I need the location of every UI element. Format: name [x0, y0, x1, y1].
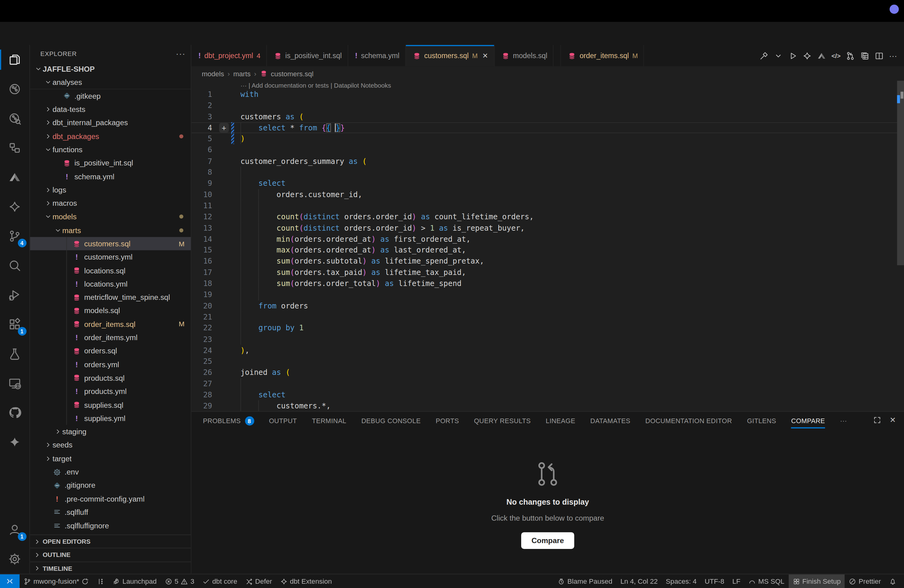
breadcrumb-item[interactable]: models — [202, 70, 224, 77]
code-line-18[interactable]: 18 sum(orders.order_total) as lifetime_s… — [191, 278, 904, 289]
panel-tab-terminal[interactable]: TERMINAL — [312, 412, 346, 430]
code-line-5[interactable]: 5) — [191, 133, 904, 144]
datapilot-button[interactable] — [817, 51, 826, 60]
status-git-branch[interactable]: mwong-fusion* — [20, 574, 93, 588]
tree-item--gitignore[interactable]: .gitignore — [30, 479, 191, 492]
tree-item-orders-yml[interactable]: !orders.yml — [30, 358, 191, 371]
breadcrumb-item[interactable]: customers.sql — [271, 70, 314, 77]
tree-item-locations-sql[interactable]: locations.sql — [30, 264, 191, 277]
more-actions-button[interactable]: ··· — [889, 51, 897, 60]
code-line-7[interactable]: 7customer_orders_summary as ( — [191, 156, 904, 167]
panel-more-tabs[interactable]: ··· — [840, 412, 847, 430]
code-line-10[interactable]: 10 orders.customer_id, — [191, 189, 904, 200]
section-open-editors[interactable]: OPEN EDITORS — [30, 534, 191, 548]
panel-close-icon[interactable]: ✕ — [890, 416, 896, 424]
tree-item-orders-sql[interactable]: orders.sql — [30, 345, 191, 358]
tree-item--sqlfluff[interactable]: .sqlfluff — [30, 506, 191, 519]
tree-item-data-tests[interactable]: data-tests — [30, 103, 191, 116]
activity-item-dbt-graph[interactable] — [0, 74, 30, 104]
status-notifications[interactable] — [885, 574, 901, 588]
status-problems[interactable]: 53 — [161, 574, 199, 588]
tree-item-models-sql[interactable]: models.sql — [30, 304, 191, 318]
tree-item-dbt-internal-packages[interactable]: dbt_internal_packages — [30, 116, 191, 130]
code-line-26[interactable]: 26joined as ( — [191, 367, 904, 378]
tree-item-metricflow-time-spine-sql[interactable]: metricflow_time_spine.sql — [30, 291, 191, 304]
tree-item-locations-yml[interactable]: !locations.yml — [30, 277, 191, 291]
code-line-20[interactable]: 20 from orders — [191, 300, 904, 311]
tree-item-target[interactable]: target — [30, 452, 191, 465]
close-icon[interactable]: ✕ — [482, 52, 488, 60]
code-line-29[interactable]: 29 customers.*, — [191, 400, 904, 411]
status-finish-setup[interactable]: Finish Setup — [789, 574, 845, 588]
git-compare-button[interactable] — [846, 51, 855, 60]
panel-tab-documentation-editor[interactable]: DOCUMENTATION EDITOR — [645, 412, 732, 430]
activity-item-query-objects[interactable] — [0, 133, 30, 163]
panel-tab-lineage[interactable]: LINEAGE — [546, 412, 575, 430]
scrollbar-thumb[interactable] — [897, 81, 904, 266]
code-line-28[interactable]: 28 select — [191, 389, 904, 400]
activity-item-accounts[interactable]: 1 — [0, 515, 30, 544]
code-line-8[interactable]: 8 — [191, 167, 904, 178]
code-line-23[interactable]: 23 — [191, 334, 904, 345]
status-blame[interactable]: Blame Paused — [553, 574, 616, 588]
code-line-17[interactable]: 17 sum(orders.tax_paid) as lifetime_tax_… — [191, 267, 904, 278]
tree-item-products-sql[interactable]: products.sql — [30, 371, 191, 385]
status-remote-indicator[interactable] — [0, 574, 20, 588]
compare-button[interactable]: Compare — [521, 532, 574, 549]
activity-item-dbt-tools[interactable] — [0, 427, 30, 457]
compiled-code-button[interactable]: </> — [831, 52, 841, 59]
panel-tab-ports[interactable]: PORTS — [436, 412, 459, 430]
breadcrumb[interactable]: models›marts›customers.sql — [202, 66, 313, 81]
activity-item-extensions[interactable]: 1 — [0, 310, 30, 339]
code-line-24[interactable]: 24), — [191, 345, 904, 356]
section-outline[interactable]: OUTLINE — [30, 548, 191, 561]
code-line-16[interactable]: 16 sum(orders.subtotal) as lifetime_spen… — [191, 256, 904, 267]
status-eol[interactable]: LF — [729, 574, 745, 588]
code-line-13[interactable]: 13 count(distinct orders.order_id) > 1 a… — [191, 222, 904, 234]
activity-item-remote-explorer[interactable] — [0, 368, 30, 398]
build-dropdown[interactable] — [774, 51, 783, 60]
editor-scrollbar[interactable] — [897, 66, 904, 411]
code-line-14[interactable]: 14 min(orders.ordered_at) as first_order… — [191, 234, 904, 245]
code-line-22[interactable]: 22 group by 1 — [191, 322, 904, 334]
explorer-more-icon[interactable]: ··· — [176, 49, 186, 58]
section-timeline[interactable]: TIMELINE — [30, 561, 191, 574]
activity-item-dbt-graph-search[interactable] — [0, 104, 30, 133]
tree-item-dbt-packages[interactable]: dbt_packages — [30, 130, 191, 143]
code-line-9[interactable]: 9 select — [191, 178, 904, 189]
tree-item-macros[interactable]: macros — [30, 196, 191, 210]
tree-item-products-yml[interactable]: !products.yml — [30, 385, 191, 398]
tree-item-jaffle-shop[interactable]: JAFFLE-SHOP — [30, 62, 191, 76]
tree-item--gitkeep[interactable]: .gitkeep — [30, 89, 191, 103]
code-line-15[interactable]: 15 max(orders.ordered_at) as last_ordere… — [191, 245, 904, 256]
status-encoding[interactable]: UTF-8 — [701, 574, 729, 588]
code-editor[interactable]: models›marts›customers.sql ··· | Add doc… — [191, 66, 904, 411]
status-prettier[interactable]: Prettier — [845, 574, 885, 588]
code-line-4[interactable]: 4+ select * from {{ }} — [191, 122, 904, 133]
code-line-1[interactable]: 1with — [191, 89, 904, 100]
tree-item-is-positive-int-sql[interactable]: is_positive_int.sql — [30, 156, 191, 170]
tree-item-customers-sql[interactable]: customers.sqlM — [30, 237, 191, 250]
status-launchpad[interactable]: Launchpad — [109, 574, 161, 588]
panel-tab-query-results[interactable]: QUERY RESULTS — [474, 412, 531, 430]
query-results-button[interactable] — [860, 51, 869, 60]
activity-item-search[interactable] — [0, 251, 30, 280]
tree-item-functions[interactable]: functions — [30, 143, 191, 156]
tree-item-models[interactable]: models — [30, 210, 191, 224]
panel-tab-compare[interactable]: COMPARE — [791, 412, 825, 430]
code-line-6[interactable]: 6 — [191, 145, 904, 156]
tree-item-staging[interactable]: staging — [30, 425, 191, 439]
code-line-11[interactable]: 11 — [191, 200, 904, 211]
build-button[interactable] — [760, 51, 769, 60]
code-line-27[interactable]: 27 — [191, 378, 904, 389]
status-dbt-core[interactable]: dbt core — [198, 574, 241, 588]
panel-tab-gitlens[interactable]: GITLENS — [747, 412, 776, 430]
status-defer[interactable]: Defer — [241, 574, 276, 588]
status-indentation[interactable]: Spaces: 4 — [662, 574, 700, 588]
tab-models-sql[interactable]: models.sql — [495, 45, 554, 66]
tree-item-supplies-yml[interactable]: !supplies.yml — [30, 411, 191, 425]
tab-order-items-sql[interactable]: order_items.sqlM — [561, 45, 644, 66]
tree-item-logs[interactable]: logs — [30, 183, 191, 197]
activity-item-source-control[interactable]: 4 — [0, 221, 30, 251]
tree-item-order-items-sql[interactable]: order_items.sqlM — [30, 318, 191, 331]
